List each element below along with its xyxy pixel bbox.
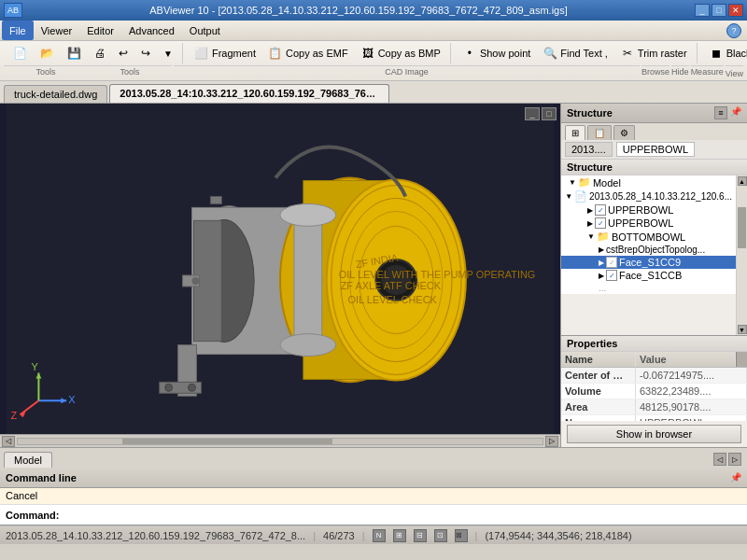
browse-label: Browse <box>641 67 669 78</box>
panel-settings-icon[interactable]: ≡ <box>714 106 727 119</box>
viewport[interactable]: _ □ <box>0 104 560 447</box>
svg-point-28 <box>192 277 200 285</box>
tree-check-upper2[interactable]: ✓ <box>595 217 606 229</box>
panel-pin-icon[interactable]: 📌 <box>730 106 741 119</box>
svg-point-21 <box>280 334 336 357</box>
structure-section-label: Structure <box>561 160 747 175</box>
bottom-tabs: Model ◁ ▷ <box>0 447 747 468</box>
props-cell-name-0: Center of mass <box>561 368 636 383</box>
trim-raster-button[interactable]: ✂ Trim raster <box>614 43 693 63</box>
fragment-button[interactable]: ⬜ Fragment <box>189 43 261 63</box>
redo-button[interactable]: ↪ <box>135 43 156 63</box>
tree-expand-face2: ▶ <box>599 272 604 280</box>
tree-check-face1[interactable]: ✓ <box>606 257 617 268</box>
scroll-left-btn[interactable]: ◁ <box>2 436 15 447</box>
command-line-pin[interactable]: 📌 <box>730 472 741 483</box>
tree-view: ▼ 📁 Model ▼ 📄 2013.05.28_14.10.33.212_12… <box>561 175 736 294</box>
tree-item-face2[interactable]: ▶ ✓ Face_S1CCB <box>561 269 736 282</box>
status-icon-polar[interactable]: ⊠ <box>455 529 468 542</box>
copy-emf-button[interactable]: 📋 Copy as EMF <box>262 43 354 63</box>
svg-point-20 <box>280 203 336 226</box>
tree-item-more[interactable]: ... <box>561 282 736 294</box>
tree-item-face1[interactable]: ▶ ✓ Face_S1CC9 <box>561 256 736 269</box>
scroll-right-btn[interactable]: ▷ <box>545 436 558 447</box>
breadcrumb-item-1[interactable]: UPPERBOWL <box>616 142 695 157</box>
tree-item-bottom[interactable]: ▼ 📁 BOTTOMBOWL <box>561 230 736 244</box>
maximize-button[interactable]: □ <box>712 4 726 17</box>
tree-folder-bottom-icon: 📁 <box>597 231 610 243</box>
menu-editor[interactable]: Editor <box>79 21 121 40</box>
status-icon-grid[interactable]: ⊞ <box>393 529 406 542</box>
menu-advanced[interactable]: Advanced <box>121 21 182 40</box>
help-button[interactable]: ? <box>726 23 741 38</box>
tree-item-topo[interactable]: ▶ cstBrepObjectTopolog... <box>561 244 736 256</box>
tree-check-upper1[interactable]: ✓ <box>595 204 606 216</box>
tree-item-model[interactable]: ▼ 📁 Model <box>561 175 736 189</box>
tree-item-asm[interactable]: ▼ 📄 2013.05.28_14.10.33.212_120.6... <box>561 189 736 203</box>
props-header-row: Name Value <box>561 352 747 368</box>
show-browser-button[interactable]: Show in browser <box>567 425 741 443</box>
show-point-button[interactable]: • Show point <box>457 43 536 63</box>
struct-tab-tree[interactable]: ⊞ <box>565 125 585 140</box>
bottom-tab-model[interactable]: Model <box>4 452 52 468</box>
tree-expand-asm: ▼ <box>565 192 572 201</box>
find-text-button[interactable]: 🔍 Find Text , <box>537 43 613 63</box>
struct-tab-list[interactable]: 📋 <box>587 125 612 140</box>
cad-image-label: CAD Image <box>385 67 429 78</box>
structure-panel-title: Structure <box>567 107 613 119</box>
cancel-text: Cancel <box>6 490 37 501</box>
svg-text:X: X <box>68 394 76 405</box>
tab-igs-label: 2013.05.28_14:10.33.212_120.60.159.192_7… <box>120 88 389 99</box>
tree-item-upper2[interactable]: ▶ ✓ UPPERBOWL <box>561 217 736 230</box>
new-button[interactable]: 📄 <box>7 43 33 63</box>
hide-label: Hide <box>671 67 689 78</box>
view-label: View <box>726 69 743 78</box>
tools-label2: Tools <box>120 67 139 78</box>
status-coordinates: (174,9544; 344,3546; 218,4184) <box>485 530 631 541</box>
breadcrumb: 2013.... UPPERBOWL <box>561 140 747 160</box>
fragment-icon: ⬜ <box>194 46 209 61</box>
command-line-label: Command line <box>6 472 77 483</box>
tab-igs[interactable]: 2013.05.28_14:10.33.212_120.60.159.192_7… <box>109 84 389 103</box>
black-bg-icon: ◼ <box>709 46 724 61</box>
menu-viewer[interactable]: Viewer <box>34 21 79 40</box>
black-bg-button[interactable]: ◼ Black Background <box>703 43 747 63</box>
menu-output[interactable]: Output <box>182 21 228 40</box>
breadcrumb-item-0[interactable]: 2013.... <box>565 142 613 157</box>
props-row-1: Volume 63822,23489.... <box>561 384 747 399</box>
tree-check-face2[interactable]: ✓ <box>606 270 617 281</box>
undo-button[interactable]: ↩ <box>113 43 134 63</box>
tab-truck[interactable]: truck-detailed.dwg <box>4 85 107 103</box>
props-sort-icon[interactable] <box>736 352 747 367</box>
dropdown-button[interactable]: ▼ <box>158 43 178 63</box>
bottom-scroll-left[interactable]: ◁ <box>713 453 726 466</box>
copy-bmp-button[interactable]: 🖼 Copy as BMP <box>355 43 446 63</box>
measure-label: Measure <box>691 67 724 78</box>
properties-table: Name Value Center of mass -0.067214975..… <box>561 352 747 421</box>
props-cell-value-1: 63822,23489.... <box>636 384 747 399</box>
svg-point-24 <box>165 384 173 391</box>
status-icon-snap[interactable]: ⊟ <box>414 529 427 542</box>
vp-minimize-btn[interactable]: _ <box>525 107 540 120</box>
tree-expand-face1: ▶ <box>599 259 604 267</box>
vp-maximize-btn[interactable]: □ <box>542 107 557 120</box>
menu-file[interactable]: File <box>2 21 34 40</box>
title-bar: AB ABViewer 10 - [2013.05.28_14.10.33.21… <box>0 0 747 21</box>
status-pages: 46/273 <box>323 530 355 541</box>
status-bar: 2013.05.28_14.10.33.212_120.60.159.192_7… <box>0 525 747 544</box>
show-point-label: Show point <box>480 48 530 59</box>
status-icon-ortho[interactable]: ⊡ <box>434 529 447 542</box>
tree-item-upper1[interactable]: ▶ ✓ UPPERBOWL <box>561 203 736 217</box>
print-button[interactable]: 🖨 <box>89 43 111 63</box>
struct-tab-props[interactable]: ⚙ <box>613 125 635 140</box>
status-icon-n[interactable]: N <box>373 529 386 542</box>
open-button[interactable]: 📂 <box>35 43 60 63</box>
right-panel: Structure ≡ 📌 ⊞ 📋 ⚙ 2013.... UPPERBOWL S… <box>560 104 747 447</box>
save-button[interactable]: 💾 <box>62 43 87 63</box>
bottom-scroll-right[interactable]: ▷ <box>728 453 741 466</box>
close-button[interactable]: ✕ <box>728 4 743 17</box>
minimize-button[interactable]: _ <box>695 4 710 17</box>
tools-label: Tools <box>35 67 55 78</box>
tree-scrollbar[interactable]: ▲ ▼ <box>736 175 747 335</box>
command-input[interactable] <box>64 510 741 521</box>
